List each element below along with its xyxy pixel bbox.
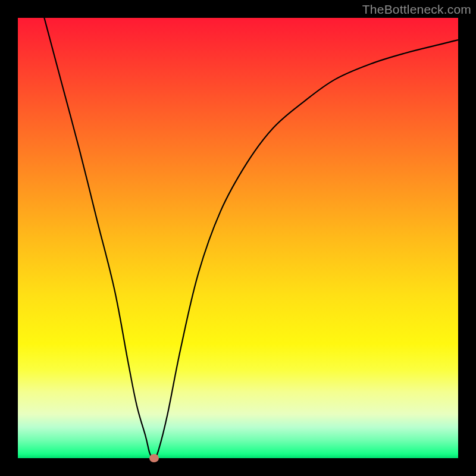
- watermark-text: TheBottleneck.com: [362, 2, 471, 17]
- minimum-marker: [149, 454, 159, 462]
- chart-frame: TheBottleneck.com: [0, 0, 476, 476]
- bottleneck-curve: [44, 18, 458, 458]
- plot-area: [18, 18, 458, 458]
- curve-layer: [18, 18, 458, 458]
